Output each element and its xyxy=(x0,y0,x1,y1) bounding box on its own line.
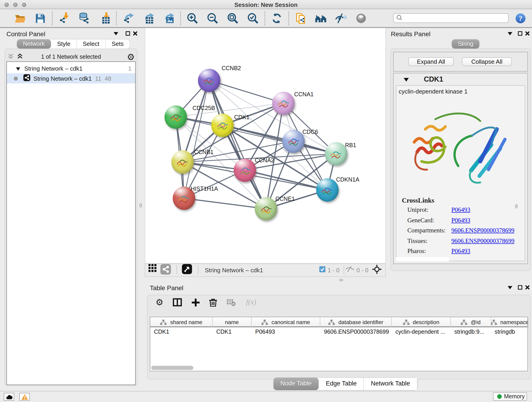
string-network-gray-icon[interactable] xyxy=(160,264,171,275)
column-header-database-identifier[interactable]: database identifier xyxy=(320,317,392,327)
tree-expander-icon[interactable] xyxy=(16,65,20,72)
function-icon[interactable]: f(x) xyxy=(243,297,259,307)
warning-button[interactable] xyxy=(19,393,30,401)
export-network-icon[interactable] xyxy=(122,12,134,24)
network-node-CDK1[interactable] xyxy=(211,114,234,137)
expand-all-networks-icon[interactable] xyxy=(8,53,14,59)
hidden-eye-icon[interactable] xyxy=(346,266,354,274)
cloud-button[interactable] xyxy=(4,393,14,401)
network-node-CCNA2[interactable] xyxy=(234,158,256,182)
network-node-RB1[interactable] xyxy=(325,142,347,166)
tab-sets[interactable]: Sets xyxy=(106,39,129,49)
zoom-out-icon[interactable] xyxy=(206,12,219,24)
houses-icon[interactable] xyxy=(315,12,327,24)
network-edge[interactable] xyxy=(209,80,283,103)
crosslink-value-link[interactable]: P06493 xyxy=(451,206,470,214)
right-splitter-handle[interactable] xyxy=(515,204,518,209)
cell-shared-name[interactable]: CDK1 xyxy=(150,327,213,337)
collapse-all-button[interactable]: Collapse All xyxy=(462,57,512,66)
column-header-description[interactable]: description xyxy=(392,317,451,327)
fit-content-crosshair-icon[interactable] xyxy=(372,264,382,276)
cell-description[interactable]: cyclin-dependent ... xyxy=(392,327,451,337)
table-hscrollbar[interactable] xyxy=(151,366,193,370)
import-table-icon[interactable] xyxy=(98,12,111,24)
hide-eye-icon[interactable] xyxy=(335,12,347,24)
results-panel-collapse-icon[interactable] xyxy=(508,32,512,35)
tab-network[interactable]: Network xyxy=(17,39,51,49)
cell-@id[interactable]: stringdb:9... xyxy=(451,327,491,337)
crosslink-value-link[interactable]: P06493 xyxy=(451,217,470,224)
gear-icon[interactable]: ⚙ xyxy=(154,297,165,307)
table-panel-close-icon[interactable] xyxy=(525,285,530,290)
eye-orb-icon[interactable] xyxy=(355,12,367,24)
collapse-all-networks-icon[interactable] xyxy=(17,53,23,59)
duplicate-network-icon[interactable] xyxy=(294,12,307,24)
column-header-namespace[interactable]: namespace xyxy=(491,317,528,327)
horizontal-splitter-handle[interactable] xyxy=(339,279,343,281)
table-panel-collapse-icon[interactable] xyxy=(508,286,512,289)
search-input[interactable] xyxy=(393,13,509,23)
network-edge[interactable] xyxy=(245,170,327,190)
memory-button[interactable]: Memory xyxy=(493,392,527,401)
trash-icon[interactable] xyxy=(208,297,219,307)
cell-namespace[interactable]: stringdb xyxy=(491,327,528,337)
refresh-icon[interactable] xyxy=(271,12,283,24)
network-tree-root-row[interactable]: String Network – cdk1 1 xyxy=(7,63,135,73)
zoom-in-icon[interactable] xyxy=(186,12,199,24)
network-node-CDKN1A[interactable] xyxy=(316,178,338,202)
network-node-CCNB2[interactable] xyxy=(198,69,220,92)
tab-string[interactable]: String xyxy=(452,39,479,49)
network-node-CCNE1[interactable] xyxy=(255,197,277,220)
export-table-icon[interactable] xyxy=(142,12,155,24)
network-node-CDC25B[interactable] xyxy=(165,105,187,128)
cell-name[interactable]: CDK1 xyxy=(213,327,252,337)
control-panel-float-icon[interactable] xyxy=(126,31,130,36)
grid-view-icon[interactable] xyxy=(148,265,158,274)
add-column-icon[interactable] xyxy=(190,297,201,307)
open-folder-icon[interactable] xyxy=(14,12,26,24)
expand-all-button[interactable]: Expand All xyxy=(408,57,454,66)
column-header-canonical-name[interactable]: canonical name xyxy=(252,317,320,327)
crosslink-value-link[interactable]: 9606.ENSP00000378699 xyxy=(451,227,514,234)
status-bar-divider xyxy=(0,391,532,391)
network-node-CCNA1[interactable] xyxy=(272,91,295,115)
tab-style[interactable]: Style xyxy=(51,39,77,49)
network-node-CDC6[interactable] xyxy=(282,129,305,153)
zoom-selected-icon[interactable] xyxy=(247,12,259,24)
gene-section-collapse-icon[interactable] xyxy=(404,78,409,82)
results-scrollbar[interactable] xyxy=(396,257,449,261)
cell-canonical-name[interactable]: P06493 xyxy=(252,327,320,337)
crosslink-value-link[interactable]: P06493 xyxy=(451,248,470,255)
cell-database-identifier[interactable]: 9606.ENSP00000378699 xyxy=(320,327,392,337)
tab-node-table[interactable]: Node Table xyxy=(273,378,319,390)
control-panel-collapse-icon[interactable] xyxy=(114,32,118,35)
delete-table-icon[interactable] xyxy=(225,297,236,307)
save-icon[interactable] xyxy=(34,12,46,24)
help-icon[interactable]: ? xyxy=(514,12,526,24)
column-header-@id[interactable]: @id xyxy=(451,317,491,327)
column-header-name[interactable]: name xyxy=(213,317,252,327)
column-header-shared-name[interactable]: shared name xyxy=(150,317,213,327)
results-panel-float-icon[interactable] xyxy=(518,31,522,36)
network-canvas[interactable]: CCNB2CCNA1CDC25BCDK1CDC6RB1CCNB1CCNA2CDK… xyxy=(145,28,386,263)
tab-network-table[interactable]: Network Table xyxy=(364,378,418,390)
network-tree-row-selected[interactable]: String Network – cdk1 11 48 xyxy=(7,73,135,83)
tab-select[interactable]: Select xyxy=(77,39,106,49)
import-database-icon[interactable] xyxy=(78,12,90,24)
birdseye-view-icon[interactable] xyxy=(182,264,193,275)
import-network-icon[interactable] xyxy=(58,12,70,24)
left-splitter-handle[interactable] xyxy=(139,203,142,208)
crosslink-value-link[interactable]: 9606.ENSP00000378699 xyxy=(451,237,514,245)
network-edge[interactable] xyxy=(184,198,266,209)
results-panel-close-icon[interactable] xyxy=(525,31,530,36)
columns-icon[interactable] xyxy=(172,297,183,307)
zoom-fit-icon[interactable] xyxy=(227,12,239,24)
tab-edge-table[interactable]: Edge Table xyxy=(319,378,364,390)
network-edge[interactable] xyxy=(176,103,283,117)
export-image-icon[interactable] xyxy=(162,12,175,24)
control-panel-close-icon[interactable] xyxy=(133,31,138,36)
network-node-CCNB1[interactable] xyxy=(171,150,194,174)
selected-checkbox-icon[interactable] xyxy=(319,266,325,274)
network-options-gear-icon[interactable]: ⚙ xyxy=(127,52,135,62)
table-panel-float-icon[interactable] xyxy=(518,285,522,290)
